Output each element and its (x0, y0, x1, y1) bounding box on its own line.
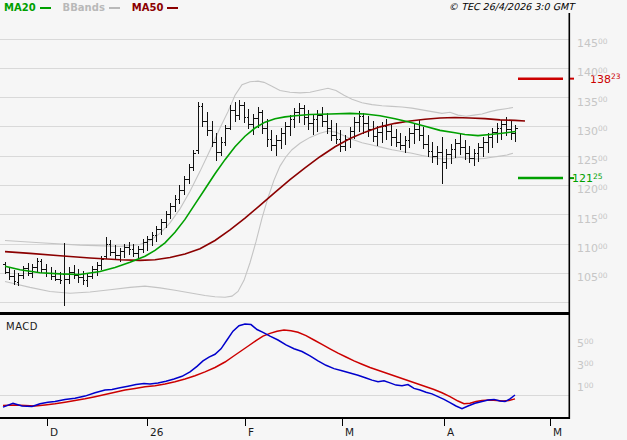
ohlc-bar (173, 195, 177, 213)
ma20-line-swatch-icon (40, 7, 51, 9)
price-axis-label: 13500 (577, 95, 608, 109)
ohlc-bar (435, 146, 439, 165)
macd-line (3, 324, 515, 409)
ohlc-bar (486, 133, 490, 153)
ohlc-bar (458, 134, 462, 155)
ohlc-bar (454, 139, 458, 159)
ohlc-bar (362, 113, 366, 134)
bollinger-upper-line (5, 81, 513, 246)
ohlc-bar (274, 135, 278, 156)
panel-divider (0, 312, 569, 315)
ohlc-bar (109, 240, 113, 255)
ohlc-bar (449, 144, 453, 164)
ma50-line-swatch-icon (167, 7, 178, 9)
ohlc-bar (168, 203, 172, 219)
ohlc-bar (219, 137, 223, 156)
ohlc-bar (398, 133, 402, 151)
ohlc-bar (178, 185, 182, 204)
ohlc-bar (104, 237, 108, 259)
ohlc-bar (311, 115, 315, 135)
ohlc-bar (145, 236, 149, 251)
legend-ma20-label: MA20 (4, 2, 36, 14)
ohlc-bar (35, 258, 39, 272)
ohlc-bar (394, 129, 398, 147)
price-axis-label: 12000 (577, 183, 608, 197)
ohlc-bar (237, 100, 241, 120)
bbands-line-swatch-icon (109, 7, 120, 9)
ohlc-bar (242, 102, 246, 123)
ohlc-bar (463, 140, 467, 160)
ma50-line (5, 117, 525, 260)
legend-ma50-label: MA50 (132, 2, 164, 14)
ohlc-bar (21, 266, 25, 279)
ohlc-bar (500, 120, 504, 140)
ohlc-bar (385, 119, 389, 140)
ohlc-bar (7, 267, 11, 280)
x-axis-label: D (50, 426, 58, 438)
ohlc-bar (251, 114, 255, 135)
ohlc-bar (279, 128, 283, 149)
ohlc-bar (44, 264, 48, 277)
ohlc-bar (72, 265, 76, 279)
ohlc-bar (481, 137, 485, 157)
x-axis-label: A (447, 426, 455, 438)
ohlc-bar (132, 244, 136, 257)
price-axis-label: 11000 (577, 242, 608, 256)
x-axis-label: 26 (150, 426, 164, 438)
ohlc-bar (40, 259, 44, 273)
ohlc-bar (440, 137, 444, 184)
ohlc-bar (113, 245, 117, 260)
ohlc-bar (467, 146, 471, 164)
macd-axis-label: 300 (577, 359, 594, 373)
ohlc-bar (265, 119, 269, 148)
chart-legend: MA20 BBands MA50 (4, 2, 178, 14)
legend-bbands-label: BBands (63, 2, 105, 14)
ohlc-bar (159, 219, 163, 234)
price-axis-label: 14500 (577, 37, 608, 51)
price-axis-label: 12500 (577, 154, 608, 168)
ohlc-bar (371, 121, 375, 142)
ohlc-bar (76, 269, 80, 283)
ohlc-bar (270, 130, 274, 151)
ohlc-bar (67, 267, 71, 283)
legend-item-bbands: BBands (63, 2, 120, 14)
stock-chart-window: 1382312125D26FMAM14500140001350013000125… (0, 0, 627, 440)
ohlc-bar (320, 107, 324, 127)
ohlc-bar (141, 239, 145, 253)
ohlc-bar (288, 115, 292, 136)
ohlc-bar (509, 121, 513, 140)
bottom-border (0, 417, 569, 419)
ma20-line (5, 113, 516, 274)
macd-axis-label: 500 (577, 337, 594, 351)
price-axis-label: 10500 (577, 271, 608, 285)
ohlc-bar (408, 128, 412, 148)
ohlc-bar (329, 120, 333, 141)
legend-item-ma20: MA20 (4, 2, 51, 14)
ohlc-bar (53, 270, 57, 282)
ohlc-bar (403, 136, 407, 153)
ohlc-bar (196, 102, 200, 154)
ohlc-bar (99, 256, 103, 270)
ohlc-bar (233, 102, 237, 122)
macd-axis-label: 100 (577, 381, 594, 395)
ohlc-bar (490, 128, 494, 148)
price-axis-label: 13000 (577, 124, 608, 138)
legend-item-ma50: MA50 (132, 2, 179, 14)
ohlc-bar (191, 150, 195, 171)
ohlc-bar (306, 110, 310, 130)
ohlc-bar (293, 108, 297, 128)
ohlc-bar (224, 125, 228, 146)
copyright-timestamp: © TEC 26/4/2026 3:0 GMT (449, 1, 574, 12)
x-axis-label: M (553, 426, 562, 438)
ohlc-bar (431, 142, 435, 163)
price-macd-chart: 1382312125D26FMAM14500140001350013000125… (0, 0, 627, 440)
ohlc-bar (214, 133, 218, 162)
macd-panel-label: MACD (6, 321, 38, 332)
price-axis-label: 11500 (577, 212, 608, 226)
ohlc-bar (417, 120, 421, 141)
ohlc-bar (472, 149, 476, 165)
ohlc-bar (205, 112, 209, 137)
ohlc-bar (283, 122, 287, 145)
ohlc-bar (421, 127, 425, 149)
ohlc-bar (201, 103, 205, 126)
